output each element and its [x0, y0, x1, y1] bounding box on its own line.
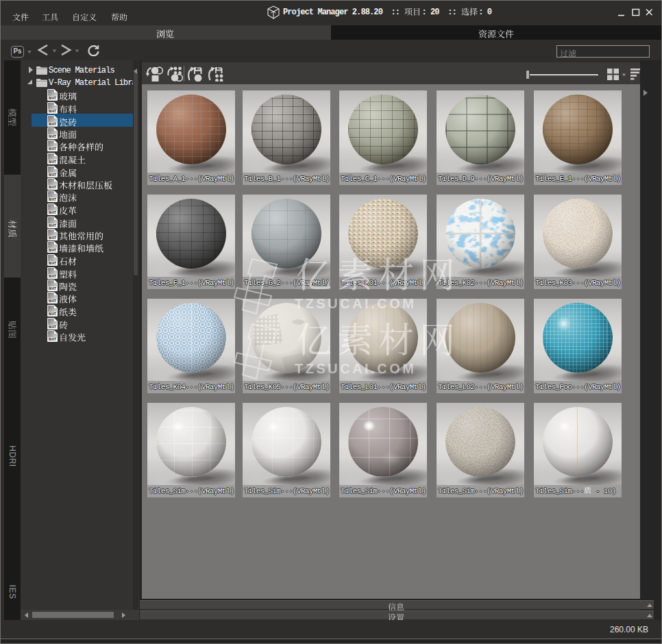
svg-text:MAT: MAT	[49, 173, 57, 177]
svg-text:MAT: MAT	[49, 286, 57, 290]
svg-text:MAT: MAT	[49, 299, 57, 303]
svg-text:MAT: MAT	[49, 223, 57, 227]
svg-text:MAT: MAT	[49, 109, 57, 113]
svg-text:MAT: MAT	[49, 261, 57, 265]
svg-text:MAT: MAT	[49, 248, 57, 252]
svg-text:MAT: MAT	[49, 160, 57, 164]
svg-text:MAT: MAT	[49, 236, 57, 240]
svg-text:MAT: MAT	[49, 210, 57, 214]
svg-text:MAT: MAT	[49, 147, 57, 151]
svg-text:MAT: MAT	[49, 274, 57, 278]
svg-text:MAT: MAT	[49, 134, 57, 138]
svg-text:MAT: MAT	[49, 96, 57, 100]
svg-text:MAT: MAT	[49, 185, 57, 189]
svg-text:MAT: MAT	[49, 312, 57, 316]
svg-text:MAT: MAT	[49, 197, 57, 201]
svg-text:MAT: MAT	[49, 325, 57, 329]
svg-text:MAT: MAT	[49, 122, 57, 126]
svg-text:MAT: MAT	[49, 337, 57, 341]
